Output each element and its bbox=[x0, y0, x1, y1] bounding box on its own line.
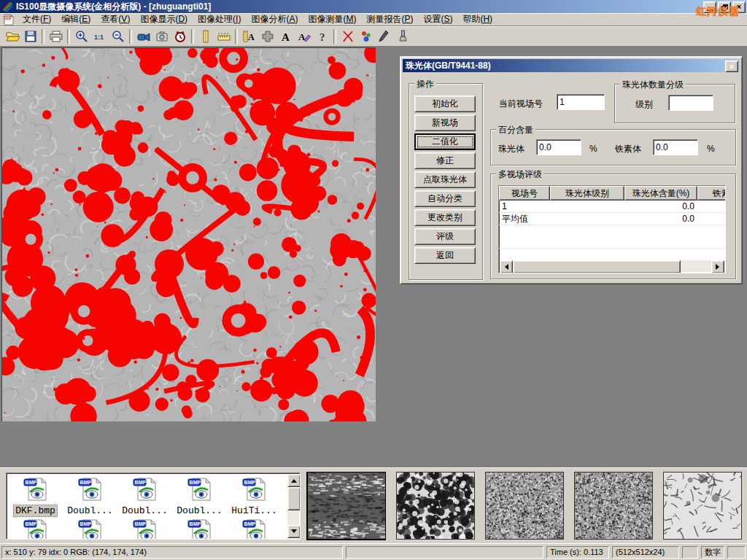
toolbar: 1:1AAA? bbox=[0, 26, 747, 47]
image-thumbnail[interactable] bbox=[574, 472, 653, 540]
operation-button[interactable]: 自动分类 bbox=[414, 190, 476, 207]
status-panel-end bbox=[727, 546, 746, 559]
dialog-close-icon[interactable]: × bbox=[725, 61, 738, 72]
file-list[interactable]: BMP DKF.bmp BMP Doubl... BMP Doubl... BM… bbox=[6, 472, 301, 540]
current-field-input[interactable] bbox=[557, 94, 605, 110]
file-scrollbar-track[interactable] bbox=[287, 510, 299, 525]
svg-text:BMP: BMP bbox=[80, 480, 91, 485]
operation-button[interactable]: 更改类别 bbox=[414, 209, 476, 226]
file-item[interactable]: BMP Doubl... bbox=[172, 475, 227, 516]
operation-button[interactable]: 二值化 bbox=[414, 133, 476, 150]
grade-input[interactable] bbox=[668, 95, 713, 111]
menu-item[interactable]: 图像测量(M) bbox=[303, 12, 361, 26]
file-browser-panel: BMP DKF.bmp BMP Doubl... BMP Doubl... BM… bbox=[0, 467, 747, 543]
table-empty-rows bbox=[499, 225, 725, 249]
brush-icon[interactable] bbox=[394, 28, 411, 44]
table-header-cell[interactable]: 视场号 bbox=[499, 186, 550, 201]
table-row[interactable]: 平均值 0.0 bbox=[499, 213, 725, 225]
pen-icon[interactable] bbox=[376, 28, 392, 44]
svg-text:BMP: BMP bbox=[25, 521, 36, 526]
image-thumbnail[interactable] bbox=[663, 472, 742, 540]
ruler-icon[interactable] bbox=[215, 28, 232, 44]
menu-item[interactable]: 设置(S) bbox=[418, 12, 457, 26]
file-item[interactable]: BMP DKF.bmp bbox=[8, 475, 63, 516]
file-item[interactable]: BMP bbox=[8, 516, 63, 540]
menu-item[interactable]: 文件(F) bbox=[18, 12, 56, 26]
pattern-icon[interactable] bbox=[259, 28, 276, 44]
scroll-down-icon[interactable] bbox=[287, 525, 301, 538]
file-item[interactable]: BMP bbox=[172, 516, 227, 540]
zoom-out-icon[interactable] bbox=[109, 28, 126, 44]
svg-text:1:1: 1:1 bbox=[94, 34, 104, 41]
operation-button[interactable]: 修正 bbox=[414, 152, 476, 169]
operation-button[interactable]: 返回 bbox=[414, 247, 476, 264]
scrollbar-thumb[interactable] bbox=[513, 260, 681, 273]
measure-text-icon[interactable]: A bbox=[241, 28, 258, 44]
dialog-title: 珠光体(GB/T9441-88) bbox=[406, 60, 491, 72]
zoom-in-icon[interactable] bbox=[73, 28, 90, 44]
operation-button[interactable]: 新视场 bbox=[414, 114, 476, 131]
print-icon[interactable] bbox=[47, 28, 64, 44]
app-icon bbox=[1, 1, 13, 12]
pearlite-dialog: 珠光体(GB/T9441-88) × 操作 初始化新视场二值化修正点取珠光体自动… bbox=[400, 56, 743, 284]
table-header-cell[interactable]: 珠光体含量(%) bbox=[624, 186, 697, 201]
camera-icon[interactable] bbox=[153, 28, 170, 44]
file-item[interactable]: BMP bbox=[63, 516, 117, 540]
particles-icon[interactable] bbox=[357, 28, 374, 44]
pearlite-percent-input[interactable] bbox=[536, 139, 581, 155]
actual-size-icon[interactable]: 1:1 bbox=[91, 28, 108, 44]
bmp-file-icon: BMP bbox=[132, 477, 158, 504]
rating-table[interactable]: 视场号珠光体级别珠光体含量(%)铁素体含量(%) 1 0.0 平均值 0.0 bbox=[498, 185, 726, 273]
file-list-scrollbar[interactable] bbox=[287, 474, 299, 538]
scrollbar-track[interactable] bbox=[681, 260, 711, 272]
table-row[interactable]: 1 0.0 bbox=[499, 201, 725, 213]
menu-bar: DOC 文件(F)编辑(E)查看(V)图像显示(D)图像处理(I)图像分析(A)… bbox=[0, 13, 747, 26]
file-scrollbar-thumb[interactable] bbox=[287, 487, 301, 510]
menu-item[interactable]: 查看(V) bbox=[96, 12, 135, 26]
open-icon[interactable] bbox=[4, 28, 20, 44]
svg-text:BMP: BMP bbox=[244, 480, 255, 485]
menu-item[interactable]: 图像分析(A) bbox=[246, 12, 303, 26]
image-thumbnail[interactable] bbox=[396, 472, 475, 540]
annotate-icon[interactable]: A bbox=[295, 28, 312, 44]
menu-item[interactable]: 图像显示(D) bbox=[135, 12, 193, 26]
curve-cut-icon[interactable] bbox=[339, 28, 356, 44]
percent-group: 百分含量 珠光体 % 铁素体 % bbox=[490, 129, 736, 166]
metallographic-image[interactable] bbox=[1, 47, 376, 421]
operation-group-label: 操作 bbox=[414, 78, 436, 90]
file-item[interactable]: BMP HuiTi... bbox=[227, 475, 282, 516]
table-header-cell[interactable]: 铁素体含量(%) bbox=[697, 186, 726, 201]
file-item[interactable]: BMP bbox=[117, 516, 172, 540]
help-icon[interactable]: ? bbox=[314, 28, 330, 44]
video-camera-icon[interactable] bbox=[135, 28, 152, 44]
bmp-file-icon: BMP bbox=[187, 518, 213, 540]
scroll-right-icon[interactable] bbox=[711, 260, 724, 273]
scroll-up-icon[interactable] bbox=[287, 474, 301, 487]
dialog-title-bar[interactable]: 珠光体(GB/T9441-88) × bbox=[403, 59, 740, 72]
save-icon[interactable] bbox=[22, 28, 39, 44]
table-horizontal-scrollbar[interactable] bbox=[500, 260, 724, 272]
caliper-icon[interactable] bbox=[197, 28, 214, 44]
document-icon[interactable]: DOC bbox=[3, 14, 15, 26]
operation-button[interactable]: 评级 bbox=[414, 228, 476, 245]
file-item[interactable]: BMP Doubl... bbox=[117, 475, 172, 516]
text-icon[interactable]: A bbox=[277, 28, 294, 44]
operation-button[interactable]: 初始化 bbox=[414, 96, 476, 112]
file-item[interactable]: BMP Doubl... bbox=[63, 475, 117, 516]
ferrite-percent-input[interactable] bbox=[653, 139, 698, 155]
scroll-left-icon[interactable] bbox=[500, 260, 513, 273]
file-item[interactable]: BMP bbox=[227, 516, 282, 540]
image-thumbnail[interactable] bbox=[485, 472, 564, 540]
table-header-cell[interactable]: 珠光体级别 bbox=[550, 186, 624, 201]
svg-text:BMP: BMP bbox=[189, 521, 201, 526]
menu-item[interactable]: 图像处理(I) bbox=[193, 12, 246, 26]
toolbar-separator bbox=[67, 29, 70, 44]
operation-button[interactable]: 点取珠光体 bbox=[414, 171, 476, 188]
menu-item[interactable]: 测量报告(P) bbox=[361, 12, 418, 26]
application-window: IS100显微摄像系统(金相分析版) - [zhuguangti01] × 红河… bbox=[0, 0, 747, 560]
image-thumbnail[interactable] bbox=[306, 472, 386, 540]
toolbar-separator bbox=[191, 29, 194, 44]
menu-item[interactable]: 编辑(E) bbox=[56, 12, 96, 26]
clock-icon[interactable] bbox=[171, 28, 188, 44]
menu-item[interactable]: 帮助(H) bbox=[457, 12, 498, 26]
